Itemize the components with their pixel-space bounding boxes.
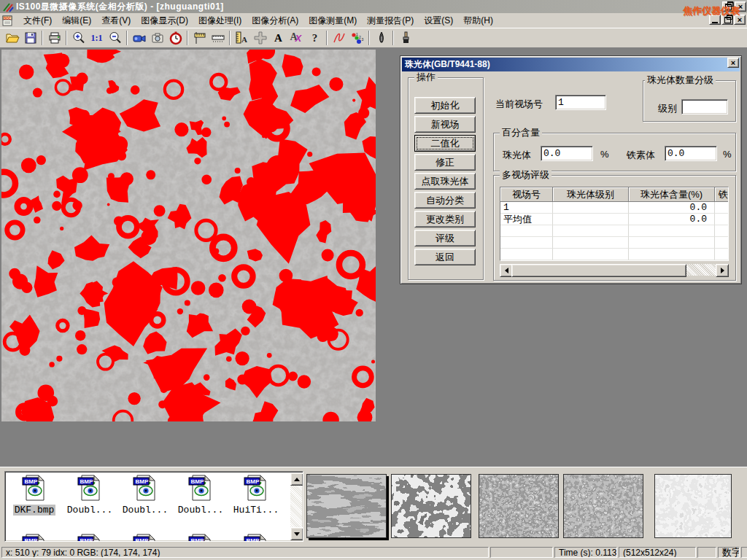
scroll-up-button[interactable] — [290, 472, 303, 486]
bmp-file-icon: BMP — [243, 534, 269, 542]
thumbnail-5[interactable] — [654, 474, 732, 538]
file-item[interactable]: BMPDoubl... — [173, 475, 228, 516]
table-row[interactable] — [500, 249, 728, 260]
scroll-down-button[interactable] — [290, 527, 303, 540]
video-capture-button[interactable] — [130, 29, 148, 47]
window-restore-button[interactable] — [722, 1, 734, 12]
right-arrow-icon — [721, 268, 724, 273]
thumbnail-1[interactable] — [306, 474, 387, 538]
file-name[interactable]: Doubl... — [66, 505, 114, 516]
op-button-1[interactable]: 初始化 — [414, 97, 476, 114]
calibration-button[interactable]: A — [233, 29, 251, 47]
brush-tool-button[interactable] — [396, 29, 414, 47]
menu-item-7[interactable]: 图像测量(M) — [303, 13, 362, 28]
menu-item-8[interactable]: 测量报告(P) — [362, 13, 419, 28]
measure-length-button[interactable] — [190, 29, 209, 47]
pen-nib-icon — [374, 31, 389, 45]
child-close-button[interactable]: × — [734, 15, 746, 25]
file-name[interactable]: DKF.bmp — [13, 505, 56, 516]
file-item-partial[interactable]: BMP — [228, 534, 284, 542]
file-item[interactable]: BMPDoubl... — [117, 475, 173, 516]
table-hscrollbar[interactable] — [500, 264, 729, 276]
table-header[interactable]: 珠光体含量(%) — [629, 187, 715, 202]
level-input[interactable] — [681, 99, 728, 114]
svg-text:BMP: BMP — [25, 537, 38, 542]
open-file-button[interactable] — [3, 29, 21, 47]
file-item-partial[interactable]: BMP — [173, 534, 228, 542]
pen-tool-button[interactable] — [372, 29, 390, 47]
op-button-5[interactable]: 点取珠光体 — [414, 173, 476, 190]
menu-item-1[interactable]: 文件(F) — [18, 13, 57, 28]
file-name[interactable]: Doubl... — [121, 505, 169, 516]
op-button-2[interactable]: 新视场 — [414, 116, 476, 133]
svg-text:BMP: BMP — [247, 537, 260, 542]
file-name[interactable]: Doubl... — [177, 505, 225, 516]
menu-item-2[interactable]: 编辑(E) — [57, 13, 96, 28]
thumbnail-2[interactable] — [391, 474, 471, 538]
op-button-8[interactable]: 评级 — [414, 230, 476, 246]
current-field-input[interactable] — [555, 95, 606, 110]
file-browser[interactable]: BMPDKF.bmpBMPDoubl...BMPDoubl...BMPDoubl… — [4, 471, 303, 542]
window-close-button[interactable]: × — [735, 1, 746, 12]
menu-item-3[interactable]: 查看(V) — [96, 13, 136, 28]
micrograph-image[interactable] — [1, 50, 376, 421]
scroll-right-button[interactable] — [716, 264, 729, 277]
delete-text-button[interactable]: A X — [287, 29, 306, 47]
move-tool-button[interactable] — [251, 29, 269, 47]
save-floppy-icon — [23, 31, 38, 45]
zoom-in-button[interactable] — [69, 29, 88, 47]
file-item[interactable]: BMPHuiTi... — [228, 475, 284, 516]
file-item[interactable]: BMPDoubl... — [62, 475, 117, 516]
table-row[interactable]: 平均值0.0 — [500, 214, 728, 225]
file-name[interactable]: HuiTi... — [232, 505, 280, 516]
file-list-scrollbar[interactable] — [290, 472, 302, 540]
help-button[interactable]: ? — [306, 29, 324, 47]
op-button-3[interactable]: 二值化 — [414, 135, 476, 152]
table-header[interactable]: 珠光体级别 — [553, 187, 629, 202]
file-item-partial[interactable]: BMP — [62, 534, 117, 542]
rating-table[interactable]: 视场号珠光体级别珠光体含量(%)铁素体含量(%) 10.0平均值0.0 — [500, 187, 729, 261]
thumbnail-4[interactable] — [563, 474, 643, 538]
op-button-6[interactable]: 自动分类 — [414, 192, 476, 209]
menu-item-5[interactable]: 图像处理(I) — [193, 13, 247, 28]
document-icon[interactable]: DOC — [2, 15, 14, 26]
op-button-7[interactable]: 更改类别 — [414, 211, 476, 228]
file-item-partial[interactable]: BMP — [117, 534, 173, 542]
file-item-partial[interactable]: BMP — [7, 534, 62, 542]
menu-item-9[interactable]: 设置(S) — [419, 13, 458, 28]
save-button[interactable] — [21, 29, 39, 47]
file-item[interactable]: BMPDKF.bmp — [7, 475, 62, 516]
pearlite-input[interactable] — [541, 146, 593, 161]
table-header[interactable]: 视场号 — [500, 187, 553, 202]
horizontal-ruler-icon — [211, 31, 225, 45]
menu-item-10[interactable]: 帮助(H) — [458, 13, 498, 28]
measure-distance-button[interactable] — [209, 29, 227, 47]
classify-tool-button[interactable]: 1 2 3 — [348, 29, 366, 47]
curve-tool-button[interactable] — [330, 29, 348, 47]
dialog-titlebar[interactable]: 珠光体(GB/T9441-88) — [402, 58, 740, 71]
dialog-close-button[interactable]: × — [727, 58, 739, 68]
toolbar-separator — [326, 31, 328, 45]
table-header[interactable]: 铁素体含量(%) — [715, 187, 729, 202]
zoom-out-button[interactable] — [106, 29, 124, 47]
print-button[interactable] — [45, 29, 63, 47]
hscrollbar-thumb[interactable] — [511, 264, 686, 277]
timer-button[interactable] — [166, 29, 185, 47]
table-row[interactable]: 10.0 — [500, 202, 728, 214]
op-button-4[interactable]: 修正 — [414, 154, 476, 171]
percent-group: 百分含量 珠光体 % 铁素体 % — [493, 133, 736, 171]
pearlite-label: 珠光体 — [503, 149, 531, 162]
ferrite-input[interactable] — [665, 146, 717, 161]
table-row[interactable] — [500, 225, 728, 237]
actual-size-button[interactable]: 1:1 — [88, 29, 106, 47]
op-button-9[interactable]: 返回 — [414, 249, 476, 265]
child-restore-button[interactable] — [721, 15, 733, 25]
text-tool-button[interactable]: A — [269, 29, 287, 47]
menu-item-4[interactable]: 图像显示(D) — [136, 13, 193, 28]
status-empty-3 — [741, 547, 747, 558]
child-minimize-button[interactable] — [709, 15, 721, 25]
thumbnail-3[interactable] — [479, 474, 559, 538]
table-row[interactable] — [500, 237, 728, 249]
snapshot-button[interactable] — [148, 29, 166, 47]
menu-item-6[interactable]: 图像分析(A) — [247, 13, 303, 28]
